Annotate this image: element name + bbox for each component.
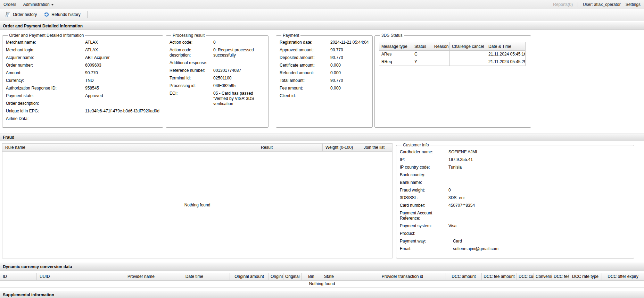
field-row: IP:197.9.255.41 <box>400 157 630 162</box>
field-label: Bank name: <box>400 180 448 185</box>
field-row: Action code:0 <box>170 40 265 45</box>
order-info-legend: Order and Payment Detailed Information <box>8 33 85 38</box>
section-header-dcc: Dynamic currency conversion data <box>0 263 644 271</box>
payment-panel: Payment Registration date:2024-11-21 05:… <box>276 33 373 128</box>
field-label: Refunded amount: <box>280 70 330 76</box>
column-header-original-currency: Original c <box>283 273 302 280</box>
field-row: Order number:6009603 <box>6 63 159 68</box>
cell-date-time: 21.11.2024 05:45:29 <box>486 58 525 66</box>
field-value: 2024-11-21 05:44:04 <box>330 40 369 45</box>
three-ds-status-panel: 3DS Status Message type Status Reason Ch… <box>374 33 531 128</box>
field-value: Visa <box>448 223 630 229</box>
menubar-right: Reports(0) User: atlax_operator Settings <box>548 2 641 7</box>
field-row: Cardholder name:SOFIENE AJMI <box>400 150 630 155</box>
column-header-id: ID <box>0 273 37 280</box>
field-row: Total amount:90.770 <box>280 78 369 83</box>
menu-administration[interactable]: Administration <box>23 2 53 7</box>
field-label: 3DS/SSL: <box>400 195 448 201</box>
column-header-original-amount: Original amount <box>230 273 269 280</box>
column-header-join-the-list: Join the list <box>356 144 392 151</box>
cell-status: Y <box>412 58 432 66</box>
field-label: Reference number: <box>170 68 213 73</box>
column-header-bin: Bin <box>302 273 321 280</box>
field-value: ATLAX <box>85 40 159 45</box>
field-label: Bank country: <box>400 172 448 178</box>
field-value <box>330 93 369 99</box>
column-header-original-fee: Original f <box>269 273 283 280</box>
field-label: Order number: <box>6 63 85 68</box>
field-row: Client id: <box>280 93 369 99</box>
field-row: Fee amount:0.000 <box>280 86 369 91</box>
cell-message-type: RReq <box>379 58 412 66</box>
cell-challenge-cancel <box>450 51 486 58</box>
field-label: Cardholder name: <box>400 150 448 155</box>
field-value: 90.770 <box>330 48 369 53</box>
field-row: Merchant name:ATLAX <box>6 40 159 45</box>
field-label: Airline Data: <box>6 116 85 121</box>
field-label: Certificate amount: <box>280 63 330 68</box>
field-value <box>213 60 265 66</box>
field-value: 90.770 <box>330 55 369 60</box>
column-header-dcc-currency: DCC curr <box>517 273 534 280</box>
column-header-challenge-cancel: Challenge cancel <box>450 42 486 51</box>
field-label: Email: <box>400 246 448 252</box>
field-value <box>448 211 630 221</box>
column-header-rule-name: Rule name <box>2 144 258 151</box>
field-row: Registration date:2024-11-21 05:44:04 <box>280 40 369 45</box>
three-ds-table-header: Message type Status Reason Challenge can… <box>379 42 525 51</box>
field-label: Payment Account Reference: <box>400 211 448 221</box>
field-value <box>448 180 630 185</box>
field-row: Action code description:0: Request proce… <box>170 48 265 58</box>
field-value: ATLAX <box>85 48 159 53</box>
field-row: Email:sofiene.ajmi@gmail.com <box>400 246 630 252</box>
field-value <box>448 172 630 178</box>
field-value: 197.9.255.41 <box>448 157 630 162</box>
column-header-result: Result <box>258 144 323 151</box>
field-label: Approved amount: <box>280 48 330 53</box>
field-label: IP: <box>400 157 448 162</box>
refunds-history-button[interactable]: Refunds history <box>41 11 83 18</box>
field-value: Approved <box>85 93 159 99</box>
customer-info-panel: Customer info Cardholder name:SOFIENE AJ… <box>396 143 634 258</box>
field-value <box>85 101 159 106</box>
column-header-dcc-fee: DCC fee <box>552 273 569 280</box>
field-row: Authorization Response ID:958545 <box>6 86 159 91</box>
field-row: Additional response: <box>170 60 265 66</box>
menu-orders[interactable]: Orders <box>3 2 16 7</box>
cell-challenge-cancel <box>450 58 486 66</box>
field-value: 450707**8354 <box>448 203 630 208</box>
field-label: Merchant login: <box>6 48 85 53</box>
column-header-status: Status <box>412 42 432 51</box>
field-label: IP country code: <box>400 165 448 170</box>
field-row: Deposited amount:90.770 <box>280 55 369 60</box>
column-header-provider-transaction-id: Provider transaction id <box>359 273 446 280</box>
column-header-reason: Reason <box>432 42 450 51</box>
field-row: Order description: <box>6 101 159 106</box>
cell-message-type: ARes <box>379 51 412 58</box>
order-history-button[interactable]: Order history <box>2 11 40 18</box>
field-label: ECI: <box>170 91 213 107</box>
field-row: Payment Account Reference: <box>400 211 630 221</box>
field-row: Refunded amount:0.000 <box>280 70 369 76</box>
field-value: 0.000 <box>330 70 369 76</box>
field-value: SOFIENE AJMI <box>448 150 630 155</box>
field-value: 958545 <box>85 86 159 91</box>
field-value: 04IF082595 <box>213 83 265 88</box>
dcc-empty-message: Nothing found <box>0 281 644 288</box>
field-row: Product: <box>400 231 630 236</box>
page-title: Order and Payment Detailed Information <box>3 24 83 28</box>
menubar-separator <box>578 2 578 7</box>
field-label: Action code: <box>170 40 213 45</box>
field-label: Order description: <box>6 101 85 106</box>
three-ds-status-legend: 3DS Status <box>380 33 404 38</box>
refunds-history-label: Refunds history <box>51 12 80 17</box>
field-label: Terminal id: <box>170 76 213 81</box>
field-row: Amount:90.770 <box>6 70 159 76</box>
payment-legend: Payment <box>281 33 300 38</box>
menu-settings[interactable]: Settings <box>626 2 641 7</box>
field-label: Fee amount: <box>280 86 330 91</box>
cell-status: C <box>412 51 432 58</box>
menu-reports[interactable]: Reports(0) <box>553 2 573 7</box>
field-row: 3DS/SSL:3DS_enr <box>400 195 630 201</box>
field-row: Merchant login:ATLAX <box>6 48 159 53</box>
